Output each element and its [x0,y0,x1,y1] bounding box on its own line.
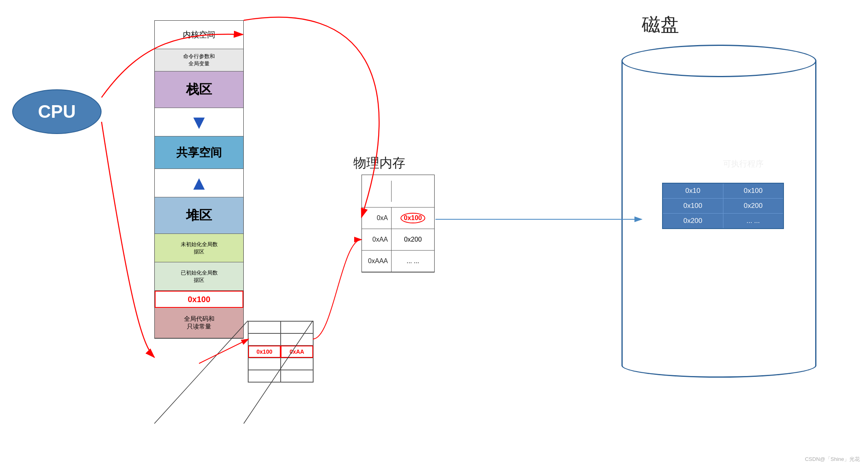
seg-cmdargs: 命令行参数和全局变量 [155,49,243,71]
physical-memory: 0xA 0x100 0xAA 0x200 0xAAA ... ... [361,175,435,272]
exec-cell-10: 0x100 [663,199,723,213]
exec-cell-21: ... ... [723,214,784,228]
seg-shared: 共享空间 [155,136,243,169]
seg-arrow-down: ▼ [155,108,243,136]
virtual-address-space: 内核空间 命令行参数和全局变量 栈区 ▼ 共享空间 ▲ 堆区 未初始化全局数据区… [154,20,244,339]
phys-val-empty [391,181,434,202]
phys-mem-row-0xA: 0xA 0x100 [362,208,434,229]
phys-addr-0xAAA: 0xAAA [362,257,391,265]
exec-cell-01: 0x100 [723,184,784,198]
phys-addr-0xA: 0xA [362,214,391,222]
disk-label: 磁盘 [642,12,679,37]
exec-program-label: 可执行程序 [703,158,784,169]
exec-cell-00: 0x10 [663,184,723,198]
phys-mem-row-0xAA: 0xAA 0x200 [362,229,434,251]
exec-row-0: 0x10 0x100 [663,184,783,199]
exec-cell-20: 0x200 [663,214,723,228]
exec-table: 0x10 0x100 0x100 0x200 0x200 ... ... [662,183,784,229]
phys-val-0x100: 0x100 [391,208,434,229]
exec-cell-11: 0x200 [723,199,784,213]
seg-code: 全局代码和只读常量 [155,308,243,338]
exec-row-2: 0x200 ... ... [663,214,783,228]
phys-mem-label: 物理内存 [353,154,405,172]
pt-cell [281,358,313,370]
pt-cell-highlight-val: 0xAA [281,346,313,358]
pt-cell [281,321,313,333]
pt-cell [248,358,281,370]
watermark: CSDN@「Shine」光花 [805,456,860,463]
seg-uninit: 未初始化全局数据区 [155,234,243,262]
cylinder: 可执行程序 0x10 0x100 0x100 0x200 0x200 ... .… [621,45,816,394]
pt-cell [281,370,313,382]
phys-mem-row-0xAAA: 0xAAA ... ... [362,251,434,272]
seg-stack: 栈区 [155,71,243,108]
phys-addr-0xAA: 0xAA [362,236,391,243]
disk-container: 可执行程序 0x10 0x100 0x100 0x200 0x200 ... .… [601,45,837,410]
cpu-ellipse: CPU [12,89,102,134]
page-table: 0x100 0xAA [248,321,314,383]
phys-val-highlight: 0x100 [400,213,425,223]
pt-cell [281,333,313,346]
seg-ptr: 0x100 [155,291,243,308]
diagram-container: CPU 内核空间 命令行参数和全局变量 栈区 ▼ 共享空间 ▲ 堆区 未初始化全… [0,0,868,467]
exec-row-1: 0x100 0x200 [663,199,783,214]
cpu-label: CPU [38,102,76,122]
pt-cell [248,321,281,333]
seg-init: 已初始化全局数据区 [155,262,243,291]
pt-cell [248,370,281,382]
seg-arrow-up: ▲ [155,169,243,197]
phys-val-dots: ... ... [391,251,434,272]
seg-heap: 堆区 [155,197,243,234]
phys-mem-empty [362,175,434,208]
pt-cell [248,333,281,346]
pt-cell-highlight-key: 0x100 [248,346,281,358]
seg-kernel: 内核空间 [155,21,243,49]
phys-val-0x200: 0x200 [391,229,434,250]
